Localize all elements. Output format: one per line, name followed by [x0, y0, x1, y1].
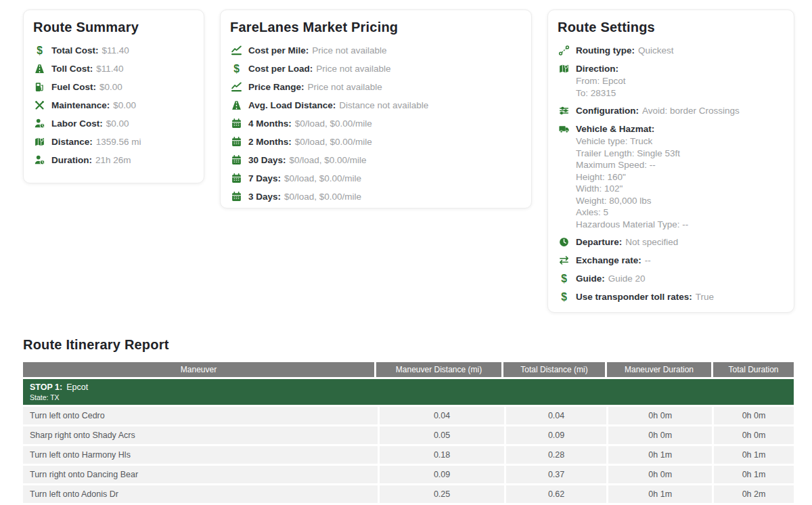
panel-item-line: Exchange rate:-- — [576, 254, 651, 267]
item-subline: Weight: 80,000 lbs — [576, 195, 688, 207]
itinerary-table: ManeuverManeuver Distance (mi)Total Dist… — [23, 362, 794, 503]
person-time-icon — [33, 117, 45, 130]
item-label: Maintenance: — [51, 100, 110, 110]
item-value: Guide 20 — [608, 273, 646, 284]
cell-total-distance: 0.62 — [506, 485, 607, 503]
item-label: 3 Days: — [248, 192, 281, 202]
table-row: Turn left onto Adonis Dr0.250.620h 1m0h … — [23, 485, 794, 503]
panel-item-line: Configuration:Avoid: border Crossings — [576, 104, 740, 117]
panel-item-text: Maintenance:$0.00 — [51, 99, 136, 112]
stop-name: Epcot — [66, 382, 88, 392]
panel-item-text: 3 Days:$0/load, $0.00/mile — [248, 190, 361, 203]
svg-text:$: $ — [561, 273, 567, 284]
panel-item-row: Price Range:Price not available — [230, 81, 522, 93]
item-label: Fuel Cost: — [51, 82, 96, 92]
panel-item-row: Labor Cost:$0.00 — [33, 117, 194, 130]
item-value: Not specified — [625, 237, 678, 247]
item-label: Total Cost: — [51, 45, 99, 56]
item-subline: Trailer Length: Single 53ft — [576, 148, 688, 160]
panel-item-row: Duration:21h 26m — [33, 154, 194, 167]
item-label: Labor Cost: — [51, 118, 103, 129]
cell-maneuver-duration: 0h 1m — [608, 446, 712, 464]
item-value: $0/load, $0.00/mile — [290, 155, 367, 165]
panel-item-row: Configuration:Avoid: border Crossings — [558, 104, 784, 117]
item-subline: Width: 102" — [576, 183, 688, 195]
column-header: Maneuver Duration — [607, 362, 711, 377]
calendar-icon — [230, 172, 242, 185]
route-summary-items: $Total Cost:$11.40Toll Cost:$11.40Fuel C… — [33, 44, 194, 167]
panel-item-text: Avg. Load Distance:Distance not availabl… — [248, 99, 428, 112]
cell-maneuver: Turn left onto Cedro — [23, 407, 378, 424]
item-label: 7 Days: — [248, 173, 281, 183]
dollar-icon: $ — [558, 272, 570, 285]
panel-item-text: Guide:Guide 20 — [576, 272, 646, 285]
item-subline: Axles: 5 — [576, 206, 688, 219]
route-path-icon — [558, 44, 570, 57]
panel-item-line: Cost per Mile:Price not available — [248, 44, 387, 57]
cell-maneuver-distance: 0.09 — [380, 466, 503, 483]
maintenance-tools-icon — [33, 99, 45, 112]
panel-item-row: $Use transponder toll rates:True — [558, 290, 784, 303]
item-value: -- — [645, 255, 651, 265]
cell-maneuver: Turn left onto Harmony Hls — [23, 446, 378, 464]
dollar-icon: $ — [558, 290, 570, 303]
panel-item-line: 4 Months:$0/load, $0.00/mile — [248, 117, 372, 130]
panel-item-line: Total Cost:$11.40 — [51, 44, 129, 57]
item-label: Use transponder toll rates: — [576, 292, 692, 302]
map-route-icon — [558, 62, 570, 75]
item-value: $0.00 — [99, 82, 122, 92]
item-value: $11.40 — [96, 64, 123, 74]
svg-text:$: $ — [37, 45, 43, 56]
panel-item-row: Exchange rate:-- — [558, 254, 784, 267]
panel-item-row: 7 Days:$0/load, $0.00/mile — [230, 172, 522, 185]
panel-item-text: Direction:From: EpcotTo: 28315 — [576, 62, 626, 99]
sliders-icon — [558, 104, 570, 117]
table-row: Turn left onto Cedro0.040.040h 0m0h 0m — [23, 407, 794, 424]
cell-maneuver-duration: 0h 0m — [608, 426, 712, 444]
item-value: Avoid: border Crossings — [642, 106, 740, 116]
panel-item-text: Price Range:Price not available — [248, 81, 382, 93]
cell-maneuver-distance: 0.05 — [380, 426, 503, 444]
panel-item-line: Duration:21h 26m — [51, 154, 131, 167]
panel-item-row: Vehicle & Hazmat:Vehicle type: TruckTrai… — [558, 123, 784, 230]
panel-item-text: Duration:21h 26m — [51, 154, 131, 167]
panel-item-line: 7 Days:$0/load, $0.00/mile — [248, 172, 361, 185]
item-subline: From: Epcot — [576, 75, 626, 87]
panel-item-line: Labor Cost:$0.00 — [51, 117, 129, 130]
panel-item-row: $Total Cost:$11.40 — [33, 44, 194, 57]
item-value: True — [696, 292, 714, 302]
cell-maneuver-distance: 0.04 — [380, 407, 503, 424]
cell-maneuver-duration: 0h 0m — [608, 407, 712, 424]
panel-item-row: Maintenance:$0.00 — [33, 99, 194, 112]
cell-total-duration: 0h 0m — [714, 407, 794, 424]
line-chart-icon — [230, 81, 242, 93]
panel-item-text: 7 Days:$0/load, $0.00/mile — [248, 172, 361, 185]
cell-total-distance: 0.09 — [506, 426, 607, 444]
item-label: 4 Months: — [248, 118, 292, 129]
item-label: Configuration: — [576, 106, 639, 116]
panel-item-row: 3 Days:$0/load, $0.00/mile — [230, 190, 522, 203]
cell-maneuver-distance: 0.18 — [380, 446, 503, 464]
stop-title: STOP 1:Epcot — [30, 382, 794, 393]
panel-item-text: Labor Cost:$0.00 — [51, 117, 129, 130]
panel-item-row: Direction:From: EpcotTo: 28315 — [558, 62, 784, 99]
item-label: Distance: — [51, 137, 93, 147]
panel-item-text: Distance:1359.56 mi — [51, 135, 141, 148]
cell-total-duration: 0h 1m — [714, 446, 794, 464]
item-label: Exchange rate: — [576, 255, 641, 265]
table-row: Turn left onto Harmony Hls0.180.280h 1m0… — [23, 446, 794, 464]
item-label: Departure: — [576, 237, 622, 247]
panel-item-text: Use transponder toll rates:True — [576, 290, 714, 303]
item-label: Direction: — [576, 64, 618, 74]
cell-total-duration: 0h 0m — [714, 426, 794, 444]
calendar-icon — [230, 135, 242, 148]
cell-maneuver-duration: 0h 0m — [608, 466, 712, 483]
svg-text:$: $ — [561, 291, 567, 303]
calendar-icon — [230, 117, 242, 130]
item-label: 30 Days: — [248, 155, 286, 165]
item-value: $0/load, $0.00/mile — [284, 192, 361, 202]
item-value: 1359.56 mi — [96, 137, 141, 147]
item-value: $11.40 — [102, 45, 129, 56]
route-summary-panel: Route Summary $Total Cost:$11.40Toll Cos… — [23, 9, 204, 183]
panel-item-line: Maintenance:$0.00 — [51, 99, 136, 112]
